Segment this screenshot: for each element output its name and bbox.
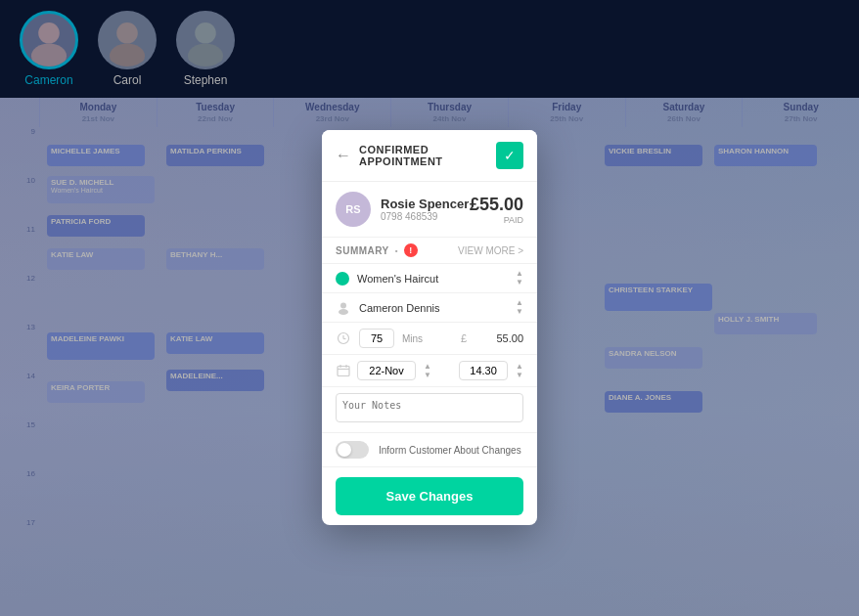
service-select[interactable]: Women's Haircut (357, 273, 508, 285)
date-arrows[interactable]: ▲ ▼ (424, 363, 431, 379)
svg-point-7 (339, 309, 348, 315)
client-name: Rosie Spencer (381, 197, 470, 211)
time-input[interactable] (459, 361, 508, 380)
stylist-select-arrows[interactable]: ▲ ▼ (516, 299, 523, 316)
appointment-modal: ← CONFIRMED APPOINTMENT ✓ RS Rosie Spenc… (322, 130, 537, 525)
client-initials: RS (345, 203, 360, 215)
stylist-field: Cameron Dennis ▲ ▼ (322, 293, 537, 323)
notes-field (322, 387, 537, 433)
summary-row: SUMMARY • ! VIEW MORE > (322, 238, 537, 264)
currency-symbol: £ (461, 332, 467, 344)
stylist-select[interactable]: Cameron Dennis (359, 302, 508, 314)
checkmark-icon: ✓ (504, 148, 516, 163)
clock-icon (336, 330, 351, 346)
view-more-link[interactable]: VIEW MORE > (458, 245, 523, 256)
service-field: Women's Haircut ▲ ▼ (322, 264, 537, 293)
service-select-arrows[interactable]: ▲ ▼ (516, 270, 523, 286)
client-avatar: RS (336, 192, 371, 227)
datetime-row: ▲ ▼ ▲ ▼ (322, 355, 537, 387)
client-row: RS Rosie Spencer 0798 468539 £55.00 PAID (322, 182, 537, 238)
modal-title: CONFIRMED APPOINTMENT (359, 144, 496, 167)
time-arrows[interactable]: ▲ ▼ (516, 363, 523, 379)
service-color-indicator (336, 272, 349, 286)
calendar-icon (336, 363, 351, 378)
modal-overlay: ← CONFIRMED APPOINTMENT ✓ RS Rosie Spenc… (0, 0, 859, 616)
inform-customer-toggle[interactable] (336, 441, 369, 459)
warning-indicator: ! (404, 243, 418, 257)
duration-input[interactable] (359, 329, 394, 348)
confirm-button[interactable]: ✓ (496, 142, 523, 169)
duration-unit-label: Mins (402, 333, 423, 344)
date-input[interactable] (357, 361, 416, 380)
svg-point-6 (340, 302, 346, 308)
payment-status: PAID (470, 215, 523, 225)
summary-label: SUMMARY • ! (336, 243, 458, 257)
toggle-label: Inform Customer About Changes (379, 445, 521, 456)
price-input[interactable] (475, 332, 523, 344)
notes-textarea[interactable] (336, 393, 523, 422)
back-button[interactable]: ← (336, 147, 351, 164)
client-info: Rosie Spencer 0798 468539 (381, 197, 470, 222)
modal-header: ← CONFIRMED APPOINTMENT ✓ (322, 130, 537, 182)
price-amount: £55.00 (470, 195, 523, 215)
client-price: £55.00 PAID (470, 195, 523, 225)
toggle-row: Inform Customer About Changes (322, 433, 537, 467)
person-icon (336, 300, 351, 316)
duration-row: Mins £ (322, 323, 537, 355)
client-phone: 0798 468539 (381, 211, 470, 222)
svg-rect-11 (338, 367, 349, 376)
save-changes-button[interactable]: Save Changes (336, 477, 523, 515)
